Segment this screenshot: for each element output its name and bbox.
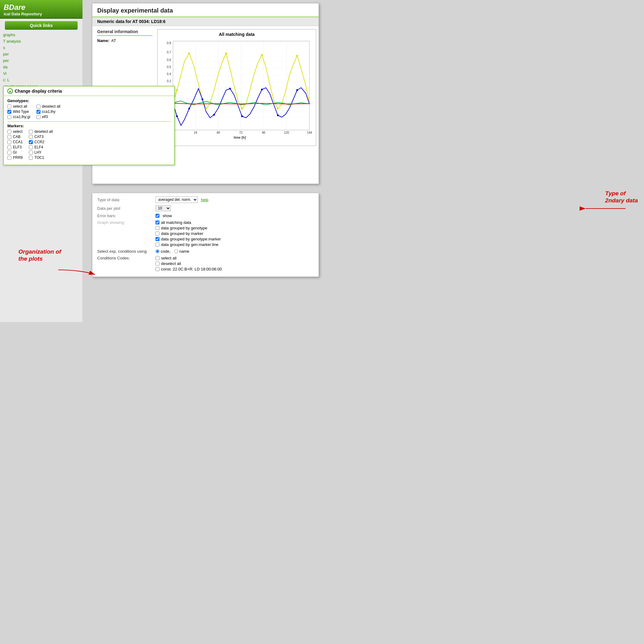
radio-name[interactable]: name (174, 249, 190, 254)
svg-text:24: 24 (194, 131, 197, 134)
cb-cca1-input[interactable] (7, 140, 11, 144)
svg-point-45 (188, 108, 190, 109)
sidebar-link-s[interactable]: s (0, 44, 82, 51)
cb-ccr2[interactable]: CCR2 (29, 140, 53, 144)
svg-text:144: 144 (307, 131, 312, 134)
svg-point-50 (261, 89, 263, 90)
sidebar-link-t-analysis[interactable]: T analysis (0, 38, 82, 44)
cb-cca1[interactable]: CCA1 (7, 140, 23, 144)
error-bars-label: Error bars: (97, 213, 152, 218)
cb-elf3-marker-input[interactable] (7, 145, 11, 149)
cb-deselect-all-marker-input[interactable] (29, 130, 33, 134)
cb-lhy[interactable]: LHY (29, 150, 53, 155)
cond-select-all-cb[interactable] (155, 256, 159, 260)
graph-showing-label: Graph showing: (97, 220, 152, 225)
error-bars-checkbox[interactable] (155, 214, 159, 218)
name-label: Name: (97, 38, 109, 43)
cb-lhy-input[interactable] (29, 151, 33, 155)
graph-opt-all-matching[interactable]: all matching data (155, 220, 221, 225)
svg-point-43 (296, 55, 298, 57)
cb-prr9[interactable]: PRR9 (7, 155, 23, 160)
app-header: BDare ical Data Repository (0, 0, 82, 19)
cb-wild-type-input[interactable] (7, 110, 11, 114)
criteria-title: Change display criteria (15, 89, 62, 94)
cond-deselect-all-cb[interactable] (155, 262, 159, 266)
cond-deselect-all[interactable]: deselect all (155, 261, 222, 266)
graph-opt-by-genotype[interactable]: data grouped by genotype (155, 226, 221, 230)
cb-select-all-genotype[interactable]: select all (7, 104, 30, 109)
cb-cca1-lhy-gi[interactable]: cca1;lhy;gi (7, 115, 30, 119)
svg-point-38 (205, 108, 207, 109)
bottom-panel: Type of data: averaged det. norm. help D… (92, 193, 319, 277)
conditions-codes-label: Conditions Codes: (97, 256, 152, 260)
app-title: BDare (4, 3, 79, 12)
graph-opt-by-gen-marker-line-cb[interactable] (155, 243, 159, 247)
cb-elf3[interactable]: elf3 (36, 115, 60, 119)
radio-name-input[interactable] (174, 249, 178, 253)
cb-deselect-all-genotype-input[interactable] (36, 105, 40, 109)
type-of-data-row: Type of data: averaged det. norm. help (97, 196, 314, 203)
sidebar-link-vi[interactable]: Vi (0, 70, 82, 77)
cb-deselect-all-marker[interactable]: deselect all (29, 129, 53, 134)
data-per-plot-row: Data per plot: 10 (97, 205, 314, 211)
app-subtitle: ical Data Repository (4, 12, 79, 16)
graph-opt-by-geno-marker-cb[interactable] (155, 237, 159, 241)
data-per-plot-select[interactable]: 10 (155, 205, 171, 211)
svg-text:120: 120 (284, 131, 289, 134)
cb-wild-type[interactable]: Wild Type (7, 109, 30, 114)
graph-opt-all-matching-cb[interactable] (155, 220, 159, 224)
svg-point-52 (296, 89, 298, 91)
conditions-list: select all deselect all const. 22.0C:B+R… (155, 256, 222, 271)
cb-elf4-input[interactable] (29, 145, 33, 149)
graph-opt-by-genotype-cb[interactable] (155, 226, 159, 230)
radio-code-input[interactable] (155, 249, 159, 253)
radio-code[interactable]: code, (155, 249, 171, 254)
svg-text:0.4: 0.4 (167, 72, 171, 76)
sidebar-link-cl[interactable]: c: L (0, 77, 82, 83)
graph-opt-by-marker-cb[interactable] (155, 232, 159, 236)
error-bars-show-label: show (163, 213, 172, 218)
cb-deselect-all-genotype[interactable]: deselect all (36, 104, 60, 109)
cb-ccr2-input[interactable] (29, 140, 33, 144)
help-link[interactable]: help (201, 197, 209, 202)
select-exp-radio-group: code, name (155, 249, 189, 254)
cb-gi-input[interactable] (7, 151, 11, 155)
cond-const-cb[interactable] (155, 267, 159, 271)
type-of-data-label: Type of data: (97, 197, 152, 202)
cb-cab[interactable]: CAB (7, 135, 23, 139)
cb-prr9-input[interactable] (7, 156, 11, 160)
type-of-data-select[interactable]: averaged det. norm. (155, 196, 198, 203)
sidebar-link-graphs[interactable]: graphs (0, 32, 82, 38)
chart-svg: 0.8 0.7 0.6 0.5 0.4 0.3 0.2 0.1 0 -0.1 -… (160, 38, 313, 142)
criteria-icon: ▲ (7, 88, 13, 94)
graph-opt-by-marker[interactable]: data grouped by marker (155, 231, 221, 236)
cb-cca1-lhy-input[interactable] (36, 110, 40, 114)
svg-point-36 (176, 89, 178, 91)
chart-title: All matching data (160, 32, 313, 37)
graph-opt-by-gen-marker-line[interactable]: data grouped by gen:marker:line (155, 242, 221, 247)
sidebar-link-per2[interactable]: per (0, 57, 82, 64)
cb-elf3-input[interactable] (36, 115, 40, 119)
cb-cab-input[interactable] (7, 135, 11, 139)
cb-elf3-marker[interactable]: ELF3 (7, 145, 23, 149)
criteria-divider-1 (7, 121, 171, 122)
cb-select-marker-input[interactable] (7, 130, 11, 134)
cb-select-marker[interactable]: select (7, 129, 23, 134)
cb-cca1-lhy-gi-input[interactable] (7, 115, 11, 119)
cb-gi[interactable]: GI (7, 150, 23, 155)
cond-const[interactable]: const. 22.0C:B+R: LD 18:00:06:00 (155, 267, 222, 271)
graph-opt-by-geno-marker[interactable]: data grouped by genotype:marker (155, 237, 221, 241)
cb-cat3[interactable]: CAT3 (29, 135, 53, 139)
cb-toc1-input[interactable] (29, 156, 33, 160)
cb-cat3-input[interactable] (29, 135, 33, 139)
cond-select-all[interactable]: select all (155, 256, 222, 260)
sidebar-link-da[interactable]: da (0, 64, 82, 70)
cb-toc1[interactable]: TOC1 (29, 155, 53, 160)
conditions-codes-row: Conditions Codes: select all deselect al… (97, 256, 314, 271)
cb-cca1-lhy[interactable]: cca1;lhy (36, 109, 60, 114)
markers-label: Markers: (7, 124, 171, 128)
graph-options-list: all matching data data grouped by genoty… (155, 220, 221, 247)
cb-select-all-genotype-input[interactable] (7, 105, 11, 109)
cb-elf4[interactable]: ELF4 (29, 145, 53, 149)
sidebar-link-per1[interactable]: per (0, 51, 82, 57)
